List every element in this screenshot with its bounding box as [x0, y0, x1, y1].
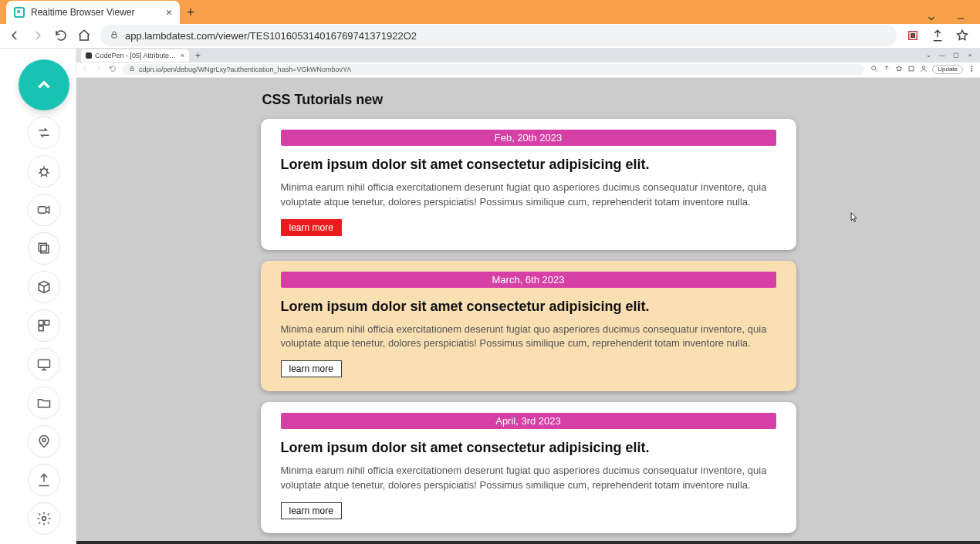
svg-rect-7 [45, 320, 49, 325]
inner-share-icon[interactable] [883, 65, 890, 74]
chevron-down-icon[interactable] [926, 13, 937, 24]
inner-forward-button[interactable] [95, 65, 103, 74]
minimize-window-icon[interactable] [955, 13, 966, 24]
close-tab-icon[interactable]: × [166, 6, 172, 19]
inner-menu-icon[interactable] [968, 65, 975, 74]
inner-address-bar[interactable]: cdpn.io/pen/debug/WNgrLxy?authentication… [123, 64, 864, 75]
lambdatest-side-rail [0, 49, 76, 544]
inner-back-button[interactable] [81, 65, 89, 74]
bug-icon[interactable] [28, 155, 60, 188]
article-title: Lorem ipsum dolor sit amet consectetur a… [281, 440, 776, 456]
inner-profile-icon[interactable] [920, 65, 928, 74]
inner-maximize-icon[interactable]: ▢ [952, 52, 960, 59]
upload-icon[interactable] [28, 464, 60, 496]
article-body: Minima earum nihil officia exercitatione… [281, 464, 776, 493]
cube-icon[interactable] [28, 271, 60, 303]
page-heading: CSS Tutorials new [262, 92, 796, 108]
page-content: CSS Tutorials new Feb, 20th 2023 Lorem i… [261, 78, 796, 533]
learn-more-button[interactable]: learn more [281, 502, 342, 519]
outer-url-text: app.lambdatest.com/viewer/TES10160531401… [125, 30, 417, 42]
inner-tab-strip: CodePen - [05] Attribute Select… × + ⌄ —… [76, 49, 980, 63]
inner-browser-frame: CodePen - [05] Attribute Select… × + ⌄ —… [76, 49, 980, 544]
article-date: March, 6th 2023 [281, 272, 776, 288]
inner-close-window-icon[interactable]: × [966, 52, 974, 59]
star-icon[interactable] [955, 29, 969, 42]
article-card: March, 6th 2023 Lorem ipsum dolor sit am… [261, 261, 796, 392]
svg-point-17 [971, 69, 972, 69]
svg-rect-0 [112, 34, 117, 38]
back-button[interactable] [8, 29, 22, 42]
svg-rect-6 [39, 320, 43, 325]
scroll-top-fab[interactable] [19, 59, 69, 110]
share-icon[interactable] [931, 29, 945, 42]
outer-toolbar: app.lambdatest.com/viewer/TES10160531401… [0, 24, 980, 49]
lambdatest-favicon-icon [14, 7, 25, 18]
inner-url-text: cdpn.io/pen/debug/WNgrLxy?authentication… [139, 66, 351, 73]
inner-chevron-down-icon[interactable]: ⌄ [924, 52, 932, 59]
svg-rect-5 [39, 243, 46, 251]
outer-tab-title: Realtime Browser Viewer [31, 7, 160, 18]
inner-viewport: CSS Tutorials new Feb, 20th 2023 Lorem i… [76, 78, 980, 544]
svg-point-11 [42, 516, 46, 520]
article-body: Minima earum nihil officia exercitatione… [281, 323, 776, 352]
article-title: Lorem ipsum dolor sit amet consectetur a… [281, 299, 776, 315]
extension-icon[interactable] [906, 29, 920, 42]
gallery-icon[interactable] [28, 232, 60, 265]
article-date: Feb, 20th 2023 [281, 130, 776, 146]
svg-point-13 [872, 66, 876, 70]
svg-rect-8 [39, 326, 43, 331]
outer-address-bar[interactable]: app.lambdatest.com/viewer/TES10160531401… [100, 25, 897, 46]
outer-browser-tab[interactable]: Realtime Browser Viewer × [6, 1, 180, 24]
codepen-favicon-icon [86, 52, 92, 59]
settings-icon[interactable] [28, 502, 60, 535]
svg-rect-12 [130, 69, 133, 71]
inner-new-tab-button[interactable]: + [192, 50, 204, 61]
svg-rect-9 [39, 360, 50, 367]
new-tab-button[interactable]: + [180, 2, 201, 24]
reload-button[interactable] [54, 29, 68, 42]
folder-icon[interactable] [28, 387, 60, 419]
inner-star-icon[interactable] [895, 65, 903, 74]
article-date: April, 3rd 2023 [281, 413, 776, 429]
article-title: Lorem ipsum dolor sit amet consectetur a… [281, 157, 776, 173]
inner-lock-icon [129, 66, 135, 73]
inner-extensions-icon[interactable] [907, 65, 915, 74]
svg-point-10 [42, 438, 46, 441]
article-card: Feb, 20th 2023 Lorem ipsum dolor sit ame… [261, 119, 796, 250]
svg-rect-4 [41, 245, 49, 253]
learn-more-button[interactable]: learn more [281, 219, 342, 236]
svg-rect-3 [39, 207, 46, 213]
learn-more-button[interactable]: learn more [281, 360, 342, 377]
svg-point-15 [923, 66, 925, 69]
inner-toolbar: cdpn.io/pen/debug/WNgrLxy?authentication… [76, 63, 980, 78]
home-button[interactable] [77, 29, 91, 42]
svg-point-18 [971, 71, 972, 72]
inner-tab-title: CodePen - [05] Attribute Select… [95, 52, 177, 59]
lock-icon [110, 30, 119, 42]
article-body: Minima earum nihil officia exercitatione… [281, 181, 776, 210]
location-icon[interactable] [28, 425, 60, 458]
inner-update-button[interactable]: Update [932, 65, 963, 74]
article-card: April, 3rd 2023 Lorem ipsum dolor sit am… [261, 402, 796, 533]
svg-point-16 [971, 66, 972, 67]
bottom-strip [76, 541, 980, 544]
inner-browser-tab[interactable]: CodePen - [05] Attribute Select… × [81, 49, 189, 62]
inner-reload-button[interactable] [109, 65, 117, 74]
video-icon[interactable] [28, 194, 60, 226]
project-icon[interactable] [28, 309, 60, 342]
svg-rect-14 [909, 67, 914, 72]
switch-icon[interactable] [28, 117, 60, 149]
mouse-cursor-icon [850, 212, 858, 223]
outer-tab-strip: Realtime Browser Viewer × + [0, 0, 980, 24]
inner-minimize-icon[interactable]: — [938, 52, 946, 59]
inner-close-tab-icon[interactable]: × [181, 52, 184, 59]
inner-zoom-icon[interactable] [870, 65, 878, 74]
forward-button[interactable] [31, 29, 45, 42]
screen-icon[interactable] [28, 348, 60, 380]
